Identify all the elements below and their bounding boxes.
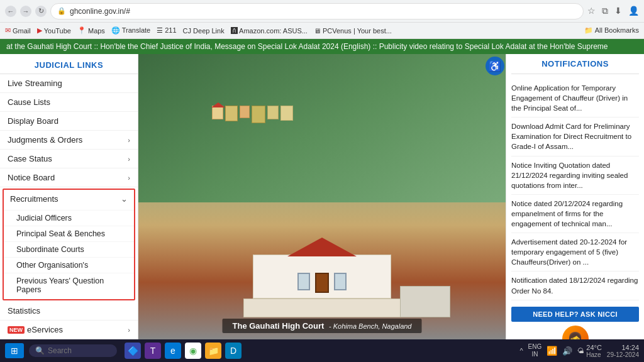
sidebar-item-eservices[interactable]: NEW eServices › (0, 321, 138, 339)
court-caption: The Gauhati High Court - Kohima Bench, N… (223, 319, 422, 333)
taskbar-clock[interactable]: 14:24 29-12-2024 (607, 344, 639, 358)
sidebar-item-notice-board[interactable]: Notice Board › (0, 168, 138, 187)
forward-button[interactable]: → (20, 6, 31, 17)
sub-item-prev-years[interactable]: Previous Years' Question Papers (4, 273, 134, 297)
sidebar-item-statistics[interactable]: Statistics (0, 302, 138, 321)
browser-action-icons: ☆ ⧉ ⬇ 👤 (587, 6, 639, 16)
house (280, 106, 293, 121)
url-bar[interactable]: 🔒 ghconline.gov.in/# (50, 3, 584, 19)
notifications-panel: NOTIFICATIONS Online Application for Tem… (506, 54, 644, 339)
refresh-button[interactable]: ↻ (35, 6, 47, 17)
notif-item-6[interactable]: Notification dated 18/12/2024 regarding … (511, 272, 639, 300)
notifications-title: NOTIFICATIONS (511, 59, 639, 74)
sidebar: JUDICIAL LINKS Live Streaming Cause List… (0, 54, 138, 339)
taskbar-apps: 🔷 T e ◉ 📁 D (125, 343, 242, 359)
notif-item-5[interactable]: Advertisement dated 20-12-2024 for tempo… (511, 233, 639, 272)
start-button[interactable]: ⊞ (5, 343, 24, 358)
bookmark-amazon[interactable]: 🅰 Amazon.com: ASUS... (231, 27, 308, 35)
sidebar-item-case-status[interactable]: Case Status › (0, 150, 138, 168)
recruitments-header[interactable]: Recruitments ⌄ (4, 190, 134, 208)
bookmark-211[interactable]: ☰ 211 (157, 26, 176, 35)
nicci-avatar[interactable]: 👩 (562, 326, 589, 339)
houses-area (212, 106, 414, 206)
sub-item-principal-seat[interactable]: Principal Seat & Benches (4, 226, 134, 241)
bookmark-gmail[interactable]: ✉ Gmail (5, 26, 31, 35)
taskbar-app-dell[interactable]: D (225, 343, 242, 359)
taskbar-app-edge[interactable]: e (165, 343, 181, 359)
building-roof (287, 238, 357, 256)
house (212, 106, 223, 119)
house (267, 106, 279, 119)
all-bookmarks[interactable]: 📁 All Bookmarks (584, 26, 639, 35)
new-badge: NEW (8, 326, 25, 334)
right-building (400, 286, 450, 317)
notif-item-3[interactable]: Notice Inviting Quotation dated 21/12/20… (511, 156, 639, 195)
building-base (243, 299, 401, 317)
search-icon: 🔍 (35, 346, 45, 355)
court-image: The Gauhati High Court - Kohima Bench, N… (138, 54, 506, 339)
system-tray[interactable]: ^ (519, 347, 523, 354)
tab-icon[interactable]: ⧉ (602, 6, 608, 16)
weather-icon: 🌤 (577, 347, 584, 354)
court-building (243, 255, 401, 317)
ticker-bar: at the Gauhati High Court :: Hon'ble the… (0, 39, 644, 54)
recruitments-container: Recruitments ⌄ Judicial Officers Princip… (0, 189, 138, 300)
weather-display: 🌤 24°C Haze (577, 344, 602, 358)
chevron-down-icon: ⌄ (121, 194, 128, 204)
sidebar-item-live-streaming[interactable]: Live Streaming (0, 74, 138, 93)
windows (297, 273, 347, 293)
window (334, 273, 347, 290)
recruitments-submenu: Judicial Officers Principal Seat & Bench… (4, 208, 134, 299)
bookmark-pcvenus[interactable]: 🖥 PCVenus | Your best... (314, 27, 392, 35)
download-icon[interactable]: ⬇ (614, 6, 622, 16)
profile-icon[interactable]: 👤 (628, 6, 639, 16)
building-body (253, 255, 391, 299)
wifi-icon[interactable]: 📶 (547, 346, 557, 356)
taskbar-app-cortana[interactable]: 🔷 (125, 343, 141, 359)
window (297, 273, 310, 290)
back-button[interactable]: ← (5, 6, 16, 17)
eng-indicator[interactable]: ENGIN (528, 343, 542, 358)
sub-item-judicial-officers[interactable]: Judicial Officers (4, 210, 134, 226)
taskbar-search-bar[interactable]: 🔍 (29, 344, 117, 357)
star-icon[interactable]: ☆ (587, 6, 596, 16)
search-input[interactable] (48, 346, 98, 355)
bookmark-translate[interactable]: 🌐 Translate (111, 26, 150, 35)
need-help-button[interactable]: NEED HELP? ASK NICCI (511, 307, 639, 322)
taskbar-app-files[interactable]: 📁 (205, 343, 221, 359)
bookmarks-bar: ✉ Gmail ▶ YouTube 📍 Maps 🌐 Translate ☰ 2… (0, 23, 644, 39)
taskbar-app-teams[interactable]: T (145, 343, 161, 359)
taskbar-right: ^ ENGIN 📶 🔊 🌤 24°C Haze 14:24 29-12-2024 (519, 343, 639, 358)
bookmark-youtube[interactable]: ▶ YouTube (37, 26, 71, 35)
right-building-body (400, 286, 450, 317)
recruitments-dropdown: Recruitments ⌄ Judicial Officers Princip… (3, 189, 135, 300)
accessibility-button[interactable]: ♿ (486, 57, 504, 75)
sidebar-item-display-board[interactable]: Display Board (0, 112, 138, 131)
bookmark-maps[interactable]: 📍 Maps (77, 26, 105, 35)
sub-item-other-org[interactable]: Other Organisation's (4, 257, 134, 273)
taskbar: ⊞ 🔍 🔷 T e ◉ 📁 D ^ ENGIN 📶 🔊 🌤 24°C Haze … (0, 339, 644, 362)
notif-item-4[interactable]: Notice dated 20/12/2024 regarding empane… (511, 195, 639, 233)
sidebar-item-judgments[interactable]: Judgments & Orders › (0, 131, 138, 150)
sub-item-subordinate-courts[interactable]: Subordinate Courts (4, 241, 134, 257)
chevron-right-icon: › (128, 155, 130, 163)
chevron-right-icon: › (128, 174, 130, 182)
house (240, 106, 250, 118)
taskbar-app-chrome[interactable]: ◉ (185, 343, 201, 359)
court-image-area: The Gauhati High Court - Kohima Bench, N… (138, 54, 506, 339)
main-door (315, 273, 329, 293)
house (225, 106, 238, 121)
chevron-right-icon: › (128, 136, 130, 144)
volume-icon[interactable]: 🔊 (562, 346, 572, 356)
house (252, 106, 265, 123)
browser-bar: ← → ↻ 🔒 ghconline.gov.in/# ☆ ⧉ ⬇ 👤 (0, 0, 644, 23)
sidebar-title: JUDICIAL LINKS (0, 54, 138, 74)
bookmark-cj[interactable]: CJ Deep Link (183, 27, 225, 35)
building-wing (243, 299, 401, 317)
notif-item-2[interactable]: Download Admit Card for Preliminary Exam… (511, 118, 639, 156)
sidebar-item-cause-lists[interactable]: Cause Lists (0, 93, 138, 112)
notif-item-1[interactable]: Online Application for Temporary Engagem… (511, 79, 639, 118)
main-layout: JUDICIAL LINKS Live Streaming Cause List… (0, 54, 644, 339)
chevron-right-icon: › (128, 326, 130, 334)
